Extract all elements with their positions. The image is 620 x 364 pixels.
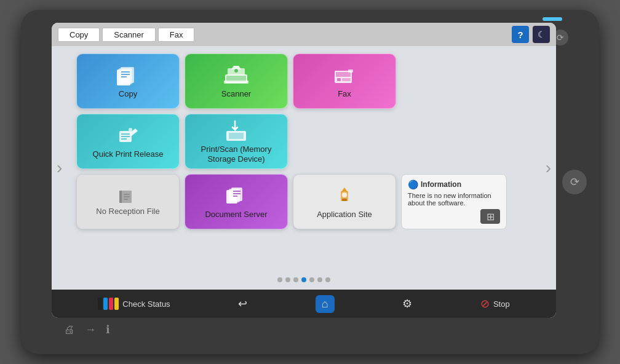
tile-application-site[interactable]: Application Site (293, 174, 396, 229)
dot-6[interactable] (325, 277, 330, 282)
tile-copy-label: Copy (119, 89, 137, 99)
quick-print-release-icon (114, 125, 141, 148)
copy-icon (114, 65, 141, 88)
stop-button[interactable]: ⊘ Stop (480, 297, 510, 311)
info-panel-message: There is no new information about the so… (408, 192, 500, 207)
scanner-icon (223, 65, 250, 88)
dot-0[interactable] (277, 277, 282, 282)
color-bars (98, 298, 119, 310)
info-panel: 🔵 Information There is no new informatio… (401, 174, 507, 229)
dot-1[interactable] (285, 277, 290, 282)
svg-rect-35 (342, 199, 347, 201)
tile-no-reception-label: No Reception File (96, 207, 159, 216)
back-button[interactable]: ↩ (238, 297, 247, 311)
tab-bar: Copy Scanner Fax ? ☾ (52, 23, 556, 46)
tile-application-site-label: Application Site (317, 210, 372, 220)
dot-2[interactable] (293, 277, 298, 282)
dot-3-active[interactable] (301, 277, 306, 282)
tab-fax[interactable]: Fax (158, 28, 195, 42)
grid-view-button[interactable]: ⊞ (480, 209, 500, 224)
top-bar-actions: ? ☾ (512, 26, 550, 43)
svg-rect-14 (342, 78, 351, 81)
print-scan-icon (223, 120, 250, 143)
check-status-label: Check Status (122, 299, 170, 309)
tile-scanner[interactable]: Scanner (185, 53, 288, 109)
settings-button[interactable]: ⚙ (402, 297, 412, 311)
tile-fax-label: Fax (338, 89, 351, 99)
device-icon-1[interactable]: 🖨 (64, 323, 75, 336)
grid-row-2: Quick Print Release Print/Scan (Memory S… (76, 114, 531, 169)
svg-rect-12 (336, 72, 351, 77)
dot-5[interactable] (317, 277, 322, 282)
back-icon: ↩ (238, 297, 247, 311)
tile-scanner-label: Scanner (221, 89, 251, 99)
info-panel-title-text: Information (421, 180, 461, 189)
tile-quick-print-release[interactable]: Quick Print Release (76, 114, 180, 169)
svg-rect-13 (337, 78, 341, 81)
check-status-button[interactable]: Check Status (98, 298, 170, 310)
stop-icon: ⊘ (480, 297, 490, 311)
settings-icon: ⚙ (402, 297, 412, 311)
bottom-toolbar: Check Status ↩ ⌂ ⚙ ⊘ Stop (52, 290, 556, 318)
svg-rect-22 (229, 133, 244, 139)
fax-icon (331, 65, 358, 88)
svg-rect-30 (231, 188, 242, 201)
application-site-icon (331, 185, 358, 208)
tile-document-server[interactable]: Document Server (185, 174, 288, 229)
device-icon-3[interactable]: ℹ (106, 323, 110, 336)
tile-no-reception-file[interactable]: No Reception File (76, 174, 180, 229)
rotate-button[interactable]: ⟳ (562, 170, 587, 194)
info-panel-title: 🔵 Information (408, 180, 500, 189)
home-icon: ⌂ (322, 298, 328, 311)
screen: Copy Scanner Fax ? ☾ › (52, 23, 556, 318)
info-icon: 🔵 (408, 180, 418, 189)
color-bar-magenta (109, 298, 113, 310)
stop-label: Stop (493, 299, 510, 309)
prev-page-arrow[interactable]: › (57, 158, 62, 178)
tab-scanner[interactable]: Scanner (102, 28, 155, 42)
tile-document-server-label: Document Server (205, 210, 267, 220)
color-bar-cyan (103, 298, 108, 310)
tile-print-scan[interactable]: Print/Scan (Memory Storage Device) (185, 114, 288, 169)
svg-point-36 (342, 192, 347, 197)
tile-quick-print-release-label: Quick Print Release (93, 149, 164, 159)
svg-rect-2 (119, 68, 132, 84)
document-server-icon (223, 185, 250, 208)
tab-copy[interactable]: Copy (58, 28, 100, 42)
dot-4[interactable] (309, 277, 314, 282)
device-icon-2[interactable]: → (85, 323, 96, 336)
help-button[interactable]: ? (512, 26, 529, 43)
grid-row-1: Copy Scanner (76, 53, 531, 109)
color-bar-yellow (114, 298, 119, 310)
tile-print-scan-label: Print/Scan (Memory Storage Device) (188, 144, 285, 164)
svg-rect-8 (224, 81, 248, 84)
svg-point-10 (234, 69, 238, 73)
svg-point-20 (129, 128, 132, 132)
app-grid: Copy Scanner (76, 53, 531, 275)
home-button[interactable]: ⌂ (316, 295, 335, 313)
device-body: ⟳ ⟳ Copy Scanner Fax ? ☾ › (21, 10, 599, 354)
next-page-arrow[interactable]: › (546, 158, 551, 178)
main-content: › Copy (52, 46, 556, 290)
tile-fax[interactable]: Fax (293, 53, 396, 109)
device-bottom-bar: 🖨 → ℹ (52, 318, 556, 341)
top-indicator (542, 17, 562, 21)
no-reception-file-icon (114, 188, 141, 207)
tile-copy[interactable]: Copy (76, 53, 180, 109)
svg-rect-15 (348, 69, 353, 73)
page-indicator (76, 277, 531, 282)
grid-row-3: No Reception File Document Server (76, 174, 531, 229)
night-mode-button[interactable]: ☾ (533, 26, 550, 43)
color-bar-black (98, 298, 102, 310)
